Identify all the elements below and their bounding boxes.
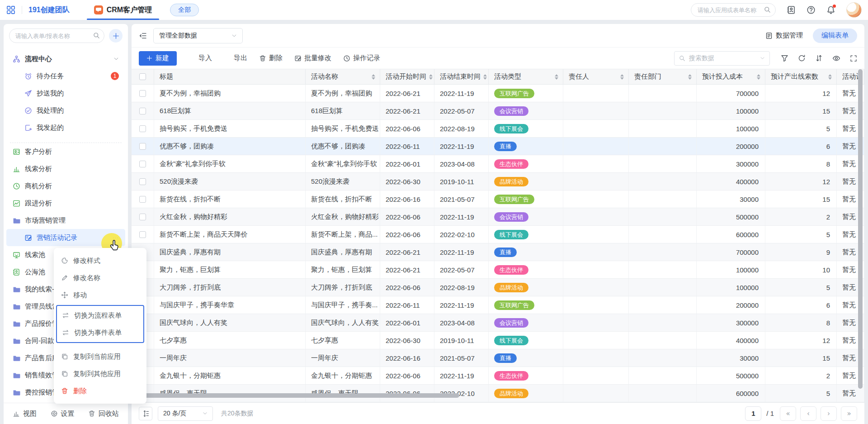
operation-log-button[interactable]: 操作记录 bbox=[343, 54, 380, 62]
row-height-button[interactable] bbox=[139, 407, 152, 420]
row-checkbox[interactable] bbox=[139, 125, 146, 132]
menu-item-修改名称[interactable]: 修改名称 bbox=[54, 269, 146, 286]
last-page-button[interactable]: » bbox=[841, 406, 857, 421]
table-row[interactable]: 国庆气球向，人人有奖国庆气球向，人人有奖2022-06-012023-04-08… bbox=[132, 314, 864, 332]
page-number-input[interactable]: 1 bbox=[745, 406, 761, 421]
table-row[interactable]: 抽号购买，手机免费送抽号购买，手机免费送2022-06-062022-08-19… bbox=[132, 120, 864, 138]
sidebar-item-线索分析[interactable]: 线索分析 bbox=[6, 160, 125, 177]
collapse-sidebar-icon[interactable] bbox=[139, 32, 147, 40]
menu-item-删除[interactable]: 删除 bbox=[54, 382, 146, 400]
first-page-button[interactable]: « bbox=[780, 406, 796, 421]
sort-arrows-icon[interactable] bbox=[555, 74, 558, 80]
notification-bell-icon[interactable] bbox=[826, 5, 835, 14]
column-header-责任人[interactable]: 责任人 bbox=[563, 69, 629, 84]
sidebar-item-我处理的[interactable]: 我处理的 bbox=[6, 102, 125, 119]
chevron-down-icon[interactable] bbox=[113, 56, 119, 62]
menu-item-切换为流程表单[interactable]: 切换为流程表单 bbox=[57, 307, 143, 324]
sidebar-item-抄送我的[interactable]: 抄送我的 bbox=[6, 85, 125, 102]
sidebar-footer-设置[interactable]: 设置 bbox=[51, 410, 75, 418]
menu-item-移动[interactable]: 移动 bbox=[54, 286, 146, 304]
new-record-button[interactable]: 新建 bbox=[139, 51, 177, 66]
menu-item-修改样式[interactable]: 修改样式 bbox=[54, 252, 146, 269]
vertical-scrollbar[interactable] bbox=[858, 69, 863, 389]
table-row[interactable]: 新货在线，折扣不断新货在线，折扣不断2022-06-162021-05-07互联… bbox=[132, 191, 864, 208]
row-checkbox[interactable] bbox=[139, 90, 146, 97]
table-row[interactable]: 大刀阔斧，打折到底大刀阔斧，打折到底2022-06-062022-08-19品牌… bbox=[132, 279, 864, 296]
table-row[interactable]: 一周年庆一周年庆2022-06-162021-05-07直播3000015暂无 bbox=[132, 349, 864, 367]
next-page-button[interactable]: › bbox=[821, 406, 837, 421]
table-row[interactable]: 优惠不够，团购凑优惠不够，团购凑2022-06-112022-11-19直播20… bbox=[132, 138, 864, 155]
batch-edit-button[interactable]: 批量修改 bbox=[294, 54, 331, 62]
prev-page-button[interactable]: ‹ bbox=[800, 406, 816, 421]
row-checkbox[interactable] bbox=[139, 161, 146, 167]
sidebar-item-客户分析[interactable]: 客户分析 bbox=[6, 143, 125, 160]
column-header-活动名称[interactable]: 活动名称 bbox=[306, 69, 380, 84]
sidebar-item-商机分析[interactable]: 商机分析 bbox=[6, 177, 125, 195]
visibility-icon[interactable] bbox=[832, 54, 840, 62]
column-header-活动结束时间[interactable]: 活动结束时间 bbox=[434, 69, 489, 84]
horizontal-scrollbar[interactable] bbox=[138, 393, 459, 398]
table-row[interactable]: 火红金秋，购物好精彩火红金秋，购物好精彩2022-06-062022-11-19… bbox=[132, 208, 864, 226]
table-row[interactable]: 金九银十，分期钜惠金九银十，分期钜惠2022-06-062022-11-19生态… bbox=[132, 367, 864, 385]
sidebar-item-跟进分析[interactable]: 跟进分析 bbox=[6, 195, 125, 212]
sort-arrows-icon[interactable] bbox=[620, 74, 624, 80]
help-icon[interactable] bbox=[807, 5, 816, 14]
column-header-预计产出线索数[interactable]: 预计产出线索数 bbox=[765, 69, 837, 84]
team-name[interactable]: 191创建团队 bbox=[28, 5, 70, 15]
page-size-select[interactable]: 20 条/页 bbox=[158, 406, 213, 421]
refresh-icon[interactable] bbox=[798, 54, 806, 62]
menu-item-复制到当前应用[interactable]: 复制到当前应用 bbox=[54, 348, 146, 365]
column-header-活动开始时间[interactable]: 活动开始时间 bbox=[380, 69, 434, 84]
table-row[interactable]: 夏不为例，幸福团购夏不为例，幸福团购2022-06-212022-11-19互联… bbox=[132, 85, 864, 102]
user-avatar[interactable] bbox=[846, 2, 862, 18]
sort-arrows-icon[interactable] bbox=[688, 74, 692, 80]
edit-form-button[interactable]: 编辑表单 bbox=[813, 29, 857, 43]
form-search-input[interactable] bbox=[9, 29, 104, 43]
fullscreen-icon[interactable] bbox=[850, 55, 857, 62]
row-checkbox[interactable] bbox=[139, 196, 146, 203]
sort-arrows-icon[interactable] bbox=[429, 74, 433, 80]
address-book-icon[interactable] bbox=[787, 5, 796, 14]
sort-arrows-icon[interactable] bbox=[372, 74, 375, 80]
table-row[interactable]: 金秋"豪"礼拿到你手软金秋"豪"礼拿到你手软2022-06-012023-04-… bbox=[132, 155, 864, 173]
column-header-活动类型[interactable]: 活动类型 bbox=[489, 69, 563, 84]
data-scope-select[interactable]: 管理全部数据 bbox=[153, 28, 243, 43]
row-checkbox[interactable] bbox=[139, 214, 146, 220]
table-row[interactable]: 520浪漫来袭520浪漫来袭2022-06-302019-10-11品牌活动40… bbox=[132, 173, 864, 191]
column-header-预计投入成本[interactable]: 预计投入成本 bbox=[697, 69, 765, 84]
app-grid-icon[interactable] bbox=[6, 5, 15, 14]
delete-button[interactable]: 删除 bbox=[259, 54, 283, 62]
table-row[interactable]: 国庆盛典，厚惠有期国庆盛典，厚惠有期2022-06-212022-11-19直播… bbox=[132, 243, 864, 261]
sidebar-footer-回收站[interactable]: 回收站 bbox=[88, 410, 119, 418]
import-button[interactable]: 导入 bbox=[189, 54, 212, 62]
table-row[interactable]: 618巨划算618巨划算2022-06-212022-05-07会议营销1000… bbox=[132, 102, 864, 120]
filter-icon[interactable] bbox=[781, 54, 788, 62]
column-header-责任部门[interactable]: 责任部门 bbox=[629, 69, 697, 84]
data-search-input[interactable]: 搜索数据 bbox=[674, 51, 770, 66]
export-button[interactable]: 导出 bbox=[224, 54, 247, 62]
table-row[interactable]: 新货不断上架，商品天天降价新货不断上架，商品...2022-06-062022-… bbox=[132, 226, 864, 243]
sidebar-item-市场营销管理[interactable]: 市场营销管理 bbox=[6, 212, 125, 229]
sort-arrows-icon[interactable] bbox=[757, 74, 760, 80]
column-header-标题[interactable]: 标题 bbox=[154, 69, 306, 84]
sidebar-item-流程中心[interactable]: 流程中心 bbox=[6, 50, 125, 67]
select-all-checkbox[interactable] bbox=[139, 73, 146, 80]
tab-crm-app[interactable]: CRM客户管理 bbox=[89, 0, 157, 20]
sort-arrows-icon[interactable] bbox=[828, 74, 832, 80]
scope-pill-all[interactable]: 全部 bbox=[170, 4, 199, 16]
table-row[interactable]: 与国庆甲子，携手奏华章与国庆甲子，携手奏...2022-06-112022-11… bbox=[132, 296, 864, 314]
sidebar-item-我发起的[interactable]: 我发起的 bbox=[6, 119, 125, 136]
table-row[interactable]: 聚力，钜惠，巨划算聚力，钜惠，巨划算2022-06-212022-05-07生态… bbox=[132, 261, 864, 279]
row-checkbox[interactable] bbox=[139, 108, 146, 114]
row-checkbox[interactable] bbox=[139, 178, 146, 185]
global-search-input[interactable] bbox=[691, 3, 776, 17]
menu-item-复制到其他应用[interactable]: 复制到其他应用 bbox=[54, 365, 146, 382]
row-checkbox[interactable] bbox=[139, 143, 146, 150]
table-row[interactable]: 七夕享惠七夕享惠2022-06-302019-10-11线下展会40000012… bbox=[132, 332, 864, 349]
sidebar-footer-视图[interactable]: 视图 bbox=[13, 410, 37, 418]
row-checkbox[interactable] bbox=[139, 231, 146, 238]
sort-arrows-icon[interactable] bbox=[483, 74, 487, 80]
sort-icon[interactable] bbox=[815, 54, 823, 62]
data-manage-button[interactable]: 数据管理 bbox=[765, 31, 803, 40]
menu-item-切换为事件表单[interactable]: 切换为事件表单 bbox=[57, 324, 143, 341]
